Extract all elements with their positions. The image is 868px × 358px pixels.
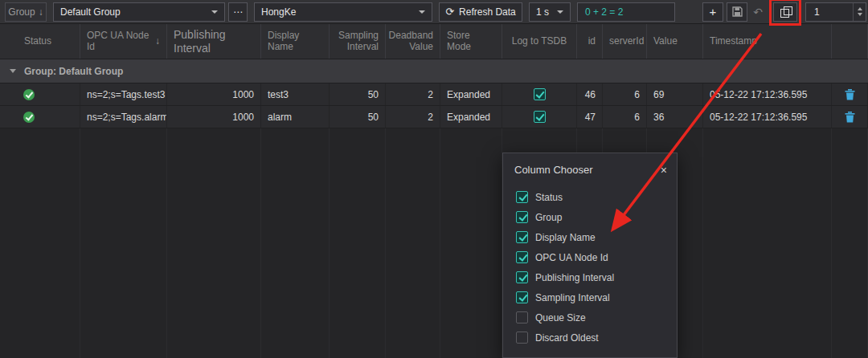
- spinner-value: 1: [814, 6, 820, 18]
- deadband-value-cell[interactable]: 2: [386, 83, 440, 105]
- count-formula-text: 0 + 2 = 2: [585, 6, 623, 18]
- column-header-node-id[interactable]: OPC UA Node Id ↓: [80, 24, 167, 59]
- publishing-interval-cell[interactable]: 1000: [167, 106, 261, 128]
- ellipsis-icon: ⋯: [233, 6, 243, 18]
- save-button[interactable]: [727, 2, 747, 22]
- column-chooser-item[interactable]: Group: [503, 207, 677, 227]
- group-row-label: Group: Default Group: [24, 66, 123, 77]
- store-mode-cell[interactable]: Expanded: [440, 83, 502, 105]
- column-header-store-mode[interactable]: Store Mode: [440, 24, 502, 59]
- column-header-actions: [832, 24, 868, 59]
- column-header-sampling-interval[interactable]: Sampling Interval: [330, 24, 386, 59]
- interval-value: 1 s: [536, 6, 549, 18]
- spinner-up-icon[interactable]: [858, 7, 862, 10]
- server-dropdown-value: HongKe: [261, 6, 296, 18]
- item-checkbox[interactable]: [516, 291, 528, 303]
- publishing-interval-cell[interactable]: 1000: [167, 83, 261, 105]
- table-row[interactable]: ns=2;s=Tags.test3 1000 test3 50 2 Expand…: [0, 83, 868, 106]
- column-chooser-item[interactable]: Sampling Interval: [503, 287, 677, 307]
- column-header-publishing-interval[interactable]: Publishing Interval: [167, 24, 261, 59]
- column-chooser-items: Status Group Display Name OPC UA Node Id…: [503, 187, 677, 348]
- column-chooser-popup: Column Chooser × Status Group Display Na…: [502, 153, 678, 358]
- refresh-data-button[interactable]: ⟳ Refresh Data: [439, 2, 522, 22]
- sampling-interval-cell[interactable]: 50: [330, 106, 386, 128]
- status-cell: [0, 83, 80, 105]
- sort-down-icon: ↓: [39, 6, 43, 18]
- group-row[interactable]: Group: Default Group: [0, 59, 868, 83]
- column-header-status[interactable]: Status: [0, 24, 80, 59]
- status-ok-icon: [23, 112, 35, 123]
- column-chooser-title: Column Chooser: [514, 164, 593, 176]
- id-cell[interactable]: 46: [577, 83, 603, 105]
- node-id-cell[interactable]: ns=2;s=Tags.alarm: [80, 106, 167, 128]
- delete-icon[interactable]: [845, 112, 855, 123]
- column-chooser-item[interactable]: Discard Oldest: [503, 327, 677, 348]
- display-name-cell[interactable]: alarm: [261, 106, 330, 128]
- group-by-chip[interactable]: Group ↓: [5, 2, 47, 22]
- display-name-cell[interactable]: test3: [261, 83, 330, 105]
- grid-empty-area: [0, 128, 868, 358]
- column-chooser-item[interactable]: Publishing Interval: [503, 267, 677, 287]
- save-icon: [732, 6, 743, 17]
- undo-button[interactable]: ↶: [749, 2, 767, 22]
- delete-icon[interactable]: [845, 89, 855, 100]
- chevron-down-icon: [557, 10, 563, 14]
- column-header-display-name[interactable]: Display Name: [261, 24, 330, 59]
- column-chooser-item[interactable]: OPC UA Node Id: [503, 247, 677, 267]
- chevron-down-icon: [211, 10, 218, 14]
- column-header-value[interactable]: Value: [647, 24, 703, 59]
- item-label: Discard Oldest: [535, 332, 599, 344]
- number-spinner[interactable]: 1: [805, 2, 866, 22]
- deadband-value-cell[interactable]: 2: [386, 106, 440, 128]
- more-button[interactable]: ⋯: [228, 2, 248, 22]
- timestamp-cell[interactable]: 05-12-22 17:12:36.595: [703, 83, 832, 105]
- item-label: Publishing Interval: [535, 272, 614, 283]
- sampling-interval-cell[interactable]: 50: [330, 83, 386, 105]
- column-chooser-item[interactable]: Queue Size: [503, 307, 677, 327]
- column-header-log-to-tsdb[interactable]: Log to TSDB: [502, 24, 577, 59]
- spinner-down-icon[interactable]: [858, 13, 862, 16]
- column-chooser-item[interactable]: Status: [503, 187, 677, 207]
- interval-dropdown[interactable]: 1 s: [529, 2, 571, 22]
- table-row[interactable]: ns=2;s=Tags.alarm 1000 alarm 50 2 Expand…: [0, 106, 868, 128]
- column-header-deadband-value[interactable]: Deadband Value: [386, 24, 440, 59]
- close-icon[interactable]: ×: [661, 165, 667, 176]
- refresh-label: Refresh Data: [459, 6, 516, 18]
- item-checkbox[interactable]: [516, 311, 528, 323]
- column-chooser-header: Column Chooser ×: [503, 153, 677, 181]
- column-header-id[interactable]: id: [577, 24, 603, 59]
- item-label: Display Name: [535, 232, 596, 243]
- undo-icon: ↶: [753, 6, 763, 18]
- item-checkbox[interactable]: [516, 271, 528, 283]
- column-chooser-item[interactable]: Display Name: [503, 227, 677, 247]
- node-id-cell[interactable]: ns=2;s=Tags.test3: [80, 83, 167, 105]
- column-header-timestamp[interactable]: Timestamp: [703, 24, 832, 59]
- id-cell[interactable]: 47: [577, 106, 603, 128]
- item-checkbox[interactable]: [516, 211, 528, 223]
- column-header-serverid[interactable]: serverId: [603, 24, 647, 59]
- item-checkbox[interactable]: [516, 231, 528, 243]
- value-cell[interactable]: 36: [647, 106, 703, 128]
- item-checkbox[interactable]: [516, 251, 528, 263]
- store-mode-cell[interactable]: Expanded: [440, 106, 502, 128]
- column-chooser-icon: [780, 6, 791, 17]
- timestamp-cell[interactable]: 05-12-22 17:12:36.595: [703, 106, 832, 128]
- serverid-cell[interactable]: 6: [603, 83, 647, 105]
- spinner-arrows[interactable]: [853, 3, 866, 21]
- value-cell[interactable]: 69: [647, 83, 703, 105]
- server-dropdown[interactable]: HongKe: [254, 2, 432, 22]
- sort-down-icon: ↓: [155, 36, 160, 47]
- serverid-cell[interactable]: 6: [603, 106, 647, 128]
- actions-cell: [832, 83, 868, 105]
- group-dropdown[interactable]: Default Group: [53, 2, 225, 22]
- tsdb-checkbox[interactable]: [534, 111, 546, 123]
- item-label: Status: [535, 192, 563, 203]
- toolbar: Group ↓ Default Group ⋯ HongKe ⟳ Refresh…: [0, 0, 868, 24]
- tsdb-checkbox[interactable]: [534, 88, 546, 100]
- collapse-icon[interactable]: [10, 69, 16, 73]
- column-chooser-button[interactable]: [773, 2, 797, 22]
- chevron-down-icon: [419, 10, 425, 14]
- item-checkbox[interactable]: [516, 191, 528, 203]
- add-button[interactable]: +: [702, 2, 723, 22]
- item-checkbox[interactable]: [516, 332, 528, 344]
